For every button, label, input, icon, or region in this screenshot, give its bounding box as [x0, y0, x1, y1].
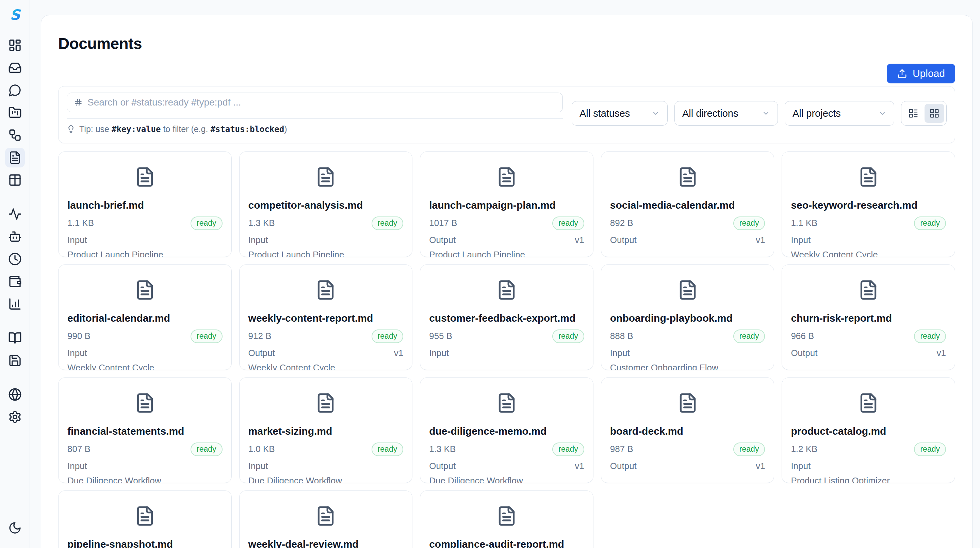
status-badge: ready	[372, 217, 404, 230]
status-badge: ready	[552, 443, 584, 456]
list-view-button[interactable]	[904, 104, 923, 123]
globe-icon	[8, 388, 22, 401]
project-filter-select[interactable]: All projects	[785, 101, 894, 126]
size-status-row: 892 B ready	[610, 217, 765, 230]
search-separator	[67, 118, 563, 119]
document-card[interactable]: editorial-calendar.md 990 B ready Input …	[58, 264, 232, 370]
status-badge: ready	[733, 443, 765, 456]
document-direction: Output	[610, 461, 637, 472]
document-direction: Input	[248, 461, 268, 472]
document-card[interactable]: market-sizing.md 1.0 KB ready Input Due …	[239, 378, 413, 483]
document-card[interactable]: seo-keyword-research.md 1.1 KB ready Inp…	[782, 151, 955, 257]
size-status-row: 1.0 KB ready	[248, 443, 404, 456]
search-input[interactable]	[88, 97, 556, 108]
document-card[interactable]: financial-statements.md 807 B ready Inpu…	[58, 378, 232, 483]
direction-filter-select[interactable]: All directions	[675, 101, 778, 126]
moon-icon	[8, 521, 22, 535]
direction-version-row: Output v1	[429, 461, 584, 472]
document-filename: due-diligence-memo.md	[429, 425, 584, 437]
document-size: 892 B	[610, 218, 633, 228]
document-card[interactable]: product-catalog.md 1.2 KB ready Input Pr…	[782, 378, 955, 483]
document-size: 987 B	[610, 444, 633, 454]
sidebar-item-analytics[interactable]	[5, 294, 25, 314]
file-text-icon	[429, 385, 584, 421]
document-project: Weekly Content Cycle	[791, 250, 946, 257]
status-badge: ready	[191, 217, 223, 230]
grid-view-button[interactable]	[924, 104, 944, 123]
sidebar-item-tables[interactable]	[5, 170, 25, 190]
upload-button[interactable]: Upload	[887, 64, 955, 83]
book-open-icon	[8, 331, 22, 345]
document-card[interactable]: weekly-content-report.md 912 B ready Out…	[239, 264, 413, 370]
sidebar-item-billing[interactable]	[5, 272, 25, 292]
file-text-icon	[791, 385, 946, 421]
document-direction: Input	[67, 348, 87, 358]
status-filter-select[interactable]: All statuses	[572, 101, 668, 126]
table-icon	[8, 173, 22, 187]
document-card[interactable]: churn-risk-report.md 966 B ready Output …	[782, 264, 955, 370]
file-text-icon	[429, 272, 584, 308]
activity-icon	[8, 207, 22, 221]
size-status-row: 1.1 KB ready	[791, 217, 946, 230]
hash-icon	[74, 98, 83, 107]
documents-panel: Documents Upload Tip: use #key:value	[41, 15, 972, 548]
document-filename: pipeline-snapshot.md	[67, 538, 223, 548]
size-status-row: 1.3 KB ready	[429, 443, 584, 456]
document-card[interactable]: competitor-analysis.md 1.3 KB ready Inpu…	[239, 151, 413, 257]
file-text-icon	[429, 159, 584, 195]
sidebar-item-dashboard[interactable]	[5, 35, 25, 55]
filter-tip: Tip: use #key:value to filter (e.g. #sta…	[67, 124, 563, 134]
document-size: 807 B	[67, 444, 91, 454]
sidebar-item-chat[interactable]	[5, 80, 25, 100]
sidebar-item-saved[interactable]	[5, 350, 25, 370]
sidebar-item-documents[interactable]	[5, 148, 25, 167]
document-direction: Input	[429, 348, 449, 358]
search-column: Tip: use #key:value to filter (e.g. #sta…	[67, 92, 563, 134]
sidebar-item-workflows[interactable]	[5, 125, 25, 145]
direction-version-row: Input	[429, 348, 584, 358]
status-badge: ready	[372, 443, 404, 456]
document-card[interactable]: customer-feedback-export.md 955 B ready …	[420, 264, 593, 370]
direction-version-row: Input	[791, 235, 946, 245]
file-text-icon	[67, 385, 223, 421]
document-direction: Output	[429, 235, 456, 245]
document-card[interactable]: launch-campaign-plan.md 1017 B ready Out…	[420, 151, 593, 257]
sidebar-item-settings[interactable]	[5, 407, 25, 427]
sidebar-item-projects[interactable]	[5, 103, 25, 123]
sidebar-item-library[interactable]	[5, 328, 25, 348]
view-mode-toggle	[901, 101, 947, 126]
sidebar-item-schedules[interactable]	[5, 249, 25, 269]
sidebar-item-inbox[interactable]	[5, 58, 25, 78]
document-card[interactable]: onboarding-playbook.md 888 B ready Input…	[601, 264, 775, 370]
folder-kanban-icon	[8, 106, 22, 119]
document-card[interactable]: social-media-calendar.md 892 B ready Out…	[601, 151, 775, 257]
document-card[interactable]: weekly-deal-review.md 1.2 KB ready Outpu…	[239, 491, 413, 548]
document-card[interactable]: board-deck.md 987 B ready Output v1	[601, 378, 775, 483]
size-status-row: 1.2 KB ready	[791, 443, 946, 456]
direction-version-row: Output v1	[610, 461, 765, 472]
list-view-icon	[908, 108, 918, 118]
sidebar-item-agents[interactable]	[5, 227, 25, 247]
document-filename: editorial-calendar.md	[67, 312, 223, 324]
direction-version-row: Output v1	[610, 235, 765, 245]
document-direction: Input	[791, 235, 811, 245]
document-card[interactable]: due-diligence-memo.md 1.3 KB ready Outpu…	[420, 378, 593, 483]
document-size: 990 B	[67, 331, 91, 341]
size-status-row: 966 B ready	[791, 330, 946, 343]
size-status-row: 888 B ready	[610, 330, 765, 343]
size-status-row: 955 B ready	[429, 330, 584, 343]
direction-version-row: Input	[67, 348, 223, 358]
dark-mode-toggle[interactable]	[5, 518, 25, 538]
document-card[interactable]: launch-brief.md 1.1 KB ready Input Produ…	[58, 151, 232, 257]
sidebar-item-web[interactable]	[5, 385, 25, 405]
filter-tip-text: Tip: use #key:value to filter (e.g. #sta…	[79, 124, 287, 134]
size-status-row: 990 B ready	[67, 330, 223, 343]
document-filename: social-media-calendar.md	[610, 199, 765, 211]
sidebar-item-activity[interactable]	[5, 204, 25, 224]
document-direction: Input	[248, 235, 268, 245]
app-logo-icon[interactable]: S	[6, 6, 24, 23]
document-card[interactable]: pipeline-snapshot.md 1.3 KB ready Input	[58, 491, 232, 548]
direction-version-row: Input	[67, 235, 223, 245]
grid-view-icon	[929, 108, 940, 118]
document-card[interactable]: compliance-audit-report.md 1.3 KB ready …	[420, 491, 593, 548]
